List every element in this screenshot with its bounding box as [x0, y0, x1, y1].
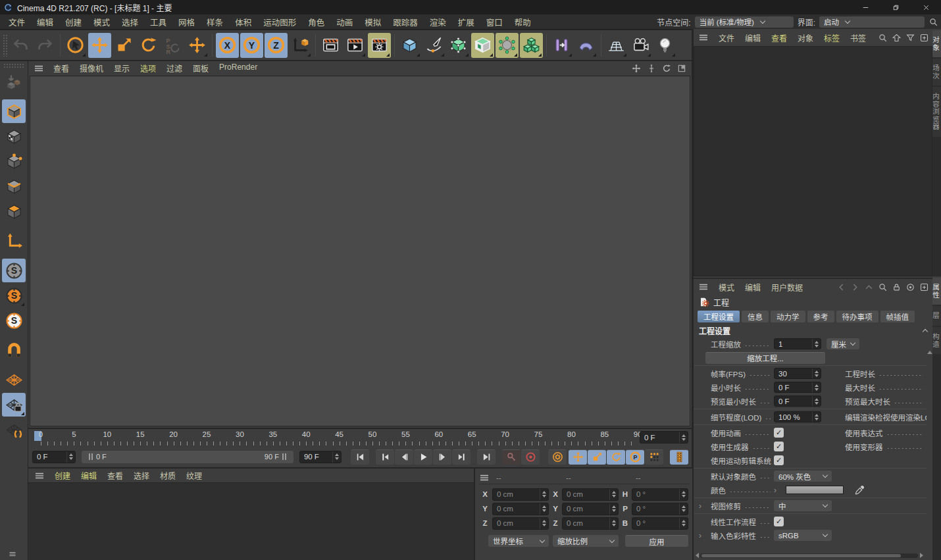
menu-simulate[interactable]: 模拟	[359, 14, 387, 30]
last-tool-move-button[interactable]	[186, 33, 209, 58]
lock-button[interactable]	[892, 282, 902, 292]
axis-mode-button[interactable]	[2, 229, 26, 253]
menu-mode[interactable]: 模式	[88, 14, 116, 30]
axis-x-button[interactable]: X	[216, 33, 239, 58]
scroll-up-icon[interactable]	[923, 328, 928, 334]
mm-menu-material[interactable]: 材质	[155, 469, 181, 482]
scroll-left-icon[interactable]	[696, 553, 699, 558]
node-space-select[interactable]: 当前 (标准/物理)	[695, 16, 794, 28]
scroll-right-icon[interactable]	[920, 553, 923, 558]
min-time-field[interactable]: 0 F	[774, 382, 821, 393]
tab-objects[interactable]: 对象	[932, 30, 941, 57]
snap-modes-button[interactable]: S	[2, 284, 26, 307]
live-select-button[interactable]	[64, 33, 87, 58]
workplane-auto-button[interactable]	[2, 418, 26, 442]
vp-menu-prorender[interactable]: ProRender	[214, 61, 263, 75]
workplane-button[interactable]	[2, 368, 26, 392]
mograph-array-button[interactable]	[520, 33, 543, 58]
toolbar-grip[interactable]	[3, 34, 7, 57]
snap-enable-button[interactable]: S	[2, 259, 26, 282]
tab-takes[interactable]: 场次	[932, 59, 941, 86]
om-menu-view[interactable]: 查看	[766, 31, 792, 45]
axis-z-button[interactable]: Z	[265, 33, 288, 58]
rotation-h-field[interactable]: 0 °	[632, 488, 688, 501]
prev-key-button[interactable]	[376, 449, 394, 465]
minimize-button[interactable]	[850, 0, 880, 14]
viewport-canvas[interactable]	[30, 76, 690, 426]
mm-menu-edit[interactable]: 编辑	[76, 469, 102, 482]
om-search-icon[interactable]	[878, 33, 888, 43]
default-object-color-select[interactable]: 60% 灰色	[774, 471, 832, 482]
move-tool-button[interactable]	[88, 33, 111, 58]
menu-help[interactable]: 帮助	[509, 14, 537, 30]
timeline-ruler[interactable]: 051015202530354045505560657075808590	[32, 430, 638, 446]
mm-menu-view[interactable]: 查看	[102, 469, 128, 482]
polygon-mode-button[interactable]	[2, 199, 26, 223]
input-color-profile-select[interactable]: sRGB	[774, 530, 832, 541]
am-menu-edit[interactable]: 编辑	[740, 280, 766, 294]
menu-character[interactable]: 角色	[302, 14, 330, 30]
position-x-field[interactable]: 0 cm	[492, 488, 549, 501]
color-expand-arrow[interactable]: ›	[774, 486, 786, 495]
goto-end-button[interactable]	[477, 449, 496, 465]
menu-file[interactable]: 文件	[3, 14, 31, 30]
autokey-button[interactable]	[521, 449, 540, 465]
key-position-button[interactable]	[569, 449, 587, 465]
key-selection-button[interactable]	[548, 449, 567, 465]
om-menu-icon[interactable]	[698, 32, 709, 43]
rotate-tool-button[interactable]	[137, 33, 160, 58]
play-button[interactable]	[414, 449, 432, 465]
render-settings-button[interactable]	[368, 33, 391, 58]
view-clipping-select[interactable]: 中	[774, 500, 832, 511]
material-menu-icon[interactable]	[34, 471, 45, 481]
rotation-b-field[interactable]: 0 °	[632, 517, 688, 530]
render-view-button[interactable]	[319, 33, 342, 58]
use-motion-system-checkbox[interactable]: ✓	[774, 455, 784, 465]
tab-todo[interactable]: 待办事项	[836, 311, 878, 322]
menu-window[interactable]: 窗口	[480, 14, 509, 30]
key-pla-button[interactable]	[645, 449, 663, 465]
preview-range-slider[interactable]: 0 F 90 F	[82, 451, 293, 463]
tab-layers[interactable]: 层	[932, 306, 941, 326]
snap-settings-button[interactable]: S	[2, 309, 26, 332]
end-frame-field[interactable]: 90 F	[299, 451, 342, 463]
tab-attributes[interactable]: 属性	[932, 278, 941, 305]
scale-project-button[interactable]: 缩放工程...	[705, 352, 825, 364]
position-y-field[interactable]: 0 cm	[492, 503, 549, 515]
current-frame-field[interactable]: 0 F	[640, 431, 688, 444]
attribute-horizontal-scrollbar[interactable]	[700, 553, 918, 558]
simulate-sphere-button[interactable]	[496, 33, 519, 58]
linear-workflow-checkbox[interactable]: ✓	[774, 517, 784, 526]
goto-start-button[interactable]	[351, 449, 369, 465]
use-generators-checkbox[interactable]: ✓	[774, 442, 784, 451]
camera-button[interactable]	[629, 33, 652, 58]
viewclip-expand-arrow[interactable]: ›	[699, 501, 711, 511]
menu-animate[interactable]: 动画	[330, 14, 359, 30]
texture-mode-button[interactable]	[2, 124, 26, 148]
use-animation-checkbox[interactable]: ✓	[774, 428, 784, 438]
project-scale-field[interactable]: 1	[774, 338, 821, 349]
vp-menu-view[interactable]: 查看	[48, 61, 74, 75]
am-menu-icon[interactable]	[698, 282, 709, 292]
om-filter-icon[interactable]	[905, 33, 915, 43]
viewport-pan-icon[interactable]	[632, 64, 641, 73]
search-icon[interactable]	[928, 17, 938, 27]
coordinate-space-select[interactable]: 世界坐标	[488, 535, 549, 547]
generator-cube-button[interactable]	[471, 33, 494, 58]
status-bar-menu-icon[interactable]	[4, 550, 21, 558]
render-picture-viewer-button[interactable]	[343, 33, 367, 58]
model-mode-button[interactable]	[2, 99, 26, 123]
menu-volume[interactable]: 体积	[229, 14, 257, 30]
eyedropper-icon[interactable]	[854, 484, 865, 496]
menu-extensions[interactable]: 扩展	[452, 14, 480, 30]
viewport-dolly-icon[interactable]	[647, 64, 656, 73]
key-scale-button[interactable]	[588, 449, 606, 465]
object-tree[interactable]	[694, 46, 932, 276]
menu-mesh[interactable]: 网格	[172, 14, 201, 30]
menu-select[interactable]: 选择	[116, 14, 144, 30]
scale-tool-button[interactable]	[113, 33, 136, 58]
project-scale-unit-select[interactable]: 厘米	[827, 338, 859, 349]
viewport-menu-icon[interactable]	[34, 63, 44, 74]
vp-menu-filter[interactable]: 过滤	[161, 61, 188, 75]
primitive-cube-button[interactable]	[398, 33, 421, 58]
